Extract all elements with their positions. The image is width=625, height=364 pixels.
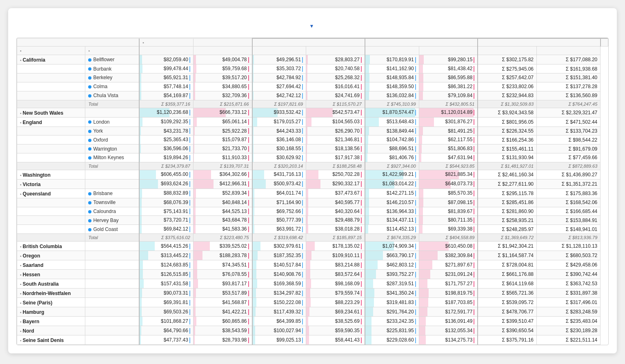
bar-indicator-blue [415, 200, 416, 206]
value-cell: $124,683.85 [139, 260, 193, 270]
value-cell: $53,517.89 [193, 289, 252, 298]
city-col[interactable]: ▪ [85, 46, 139, 55]
bar-indicator-blue [189, 291, 190, 296]
table-row: ▪QueenslandBrisbane$88,832.89$52,839.34$… [17, 189, 608, 198]
state-cell: ▪Nord [17, 326, 85, 335]
value-cell: $150,222.08 [252, 298, 306, 307]
table-row: Gold Coast$69,842.12$41,583.36$63,991.72… [17, 225, 608, 234]
value-cell: $172,591.77 [419, 307, 478, 317]
value-cell: Σ $331,897.38 [537, 289, 601, 298]
value-cell: $42,784.92 [252, 73, 306, 82]
bar-indicator-blue [302, 226, 303, 232]
bar-indicator-blue [189, 93, 190, 99]
value-cell: $179,015.27 [252, 117, 306, 127]
bar-indicator-pink [474, 57, 474, 63]
bar-indicator-blue [302, 110, 303, 115]
city-cell [85, 179, 139, 189]
value-cell: $65,921.31 [139, 73, 193, 82]
value-cell: $85,570.35 [419, 189, 478, 198]
table-row: ▪Oregon$313,445.22$188,283.78$187,352.35… [17, 251, 608, 260]
value-cell: $693,624.26 [139, 179, 193, 189]
bar-indicator-blue [415, 218, 416, 223]
table-row: Chula Vista$54,169.87$32,709.36$42,742.1… [17, 91, 608, 100]
value-cell: $93,817.17 [193, 279, 252, 289]
city-cell [85, 289, 139, 298]
value-cell: Σ $161,938.68 [537, 64, 601, 73]
value-cell: $20,740.58 [306, 64, 365, 73]
value-cell: Σ $232,944.83 [478, 91, 536, 100]
bar-indicator-blue [302, 128, 303, 134]
value-cell: $666,733.12 [193, 108, 252, 117]
value-cell: $134,297.82 [252, 289, 306, 298]
bar-indicator-blue [189, 226, 190, 232]
value-cell: Σ $77,459.66 [537, 153, 601, 162]
value-cell: $169,368.59 [252, 279, 306, 289]
value-cell: $25,365.43 [139, 135, 193, 144]
value-cell: $88,223.29 [306, 298, 365, 307]
city-cell [85, 251, 139, 260]
value-cell: $62,117.55 [419, 135, 478, 144]
table-row: ▪Nord$64,790.66$38,543.59$100,027.94$59,… [17, 326, 608, 335]
state-cell [17, 100, 85, 108]
value-cell: $341,350.24 [365, 289, 419, 298]
bar-indicator-pink [474, 191, 474, 196]
value-cell: Σ $320,203.14 [252, 162, 306, 170]
value-cell: $271,897.67 [419, 260, 478, 270]
bar-indicator-pink [474, 226, 474, 232]
filters-section: ▼ [16, 22, 609, 30]
state-cell [17, 64, 85, 73]
city-cell: Oxford [85, 135, 139, 144]
bar-indicator-pink [474, 328, 474, 334]
value-cell: $109,910.11 [306, 251, 365, 260]
bar-indicator-pink [248, 209, 249, 214]
city-cell [85, 270, 139, 279]
bar-indicator-pink [474, 209, 474, 214]
value-cell: $138,849.44 [365, 127, 419, 135]
value-cell: $319,481.83 [365, 298, 419, 307]
value-cell: $250,702.28 [306, 170, 365, 179]
value-cell: Σ $544,923.85 [419, 162, 478, 170]
value-cell: $24,741.69 [306, 91, 365, 100]
state-cell: ▪Bayern [17, 317, 85, 326]
bar-indicator-pink [248, 328, 249, 334]
tot-cost-col [537, 46, 601, 55]
value-cell: $63,991.72 [252, 225, 306, 234]
bar-indicator-pink [248, 66, 249, 72]
value-cell: $29,488.79 [306, 216, 365, 225]
bar-indicator-blue [415, 181, 416, 187]
bar-indicator-pink [248, 155, 249, 161]
bar-indicator-pink [474, 75, 474, 81]
cy2023-header [478, 38, 600, 46]
value-cell: Σ $223,480.75 [193, 234, 252, 242]
bar-indicator-pink [248, 119, 249, 125]
state-cell: ▪England [17, 117, 85, 127]
state-province-col[interactable]: ▪ [17, 46, 85, 55]
value-cell: Σ $226,324.55 [478, 127, 536, 135]
state-cell: ▪California [17, 55, 85, 64]
value-cell: Σ $764,247.45 [537, 100, 601, 108]
value-cell: Σ $363,742.53 [537, 279, 601, 289]
value-cell: $26,290.70 [306, 127, 365, 135]
value-cell: Σ $221,511.14 [537, 335, 601, 345]
value-cell: $38,018.28 [306, 225, 365, 234]
table-row: TotalΣ $359,377.16Σ $215,871.66Σ $197,82… [17, 100, 608, 108]
state-cell: ▪British Columbia [17, 242, 85, 251]
value-cell: $1,422,989.21 [365, 170, 419, 179]
value-cell: $542,573.47 [306, 108, 365, 117]
bar-indicator-blue [302, 300, 303, 306]
bar-indicator-pink [474, 93, 474, 99]
value-cell: $290,332.17 [306, 179, 365, 189]
bar-indicator-blue [189, 262, 190, 268]
value-cell: $59,759.68 [193, 64, 252, 73]
value-cell: Σ $131,930.94 [478, 153, 536, 162]
value-cell: $41,583.36 [193, 225, 252, 234]
value-cell: $170,819.91 [365, 55, 419, 64]
value-cell: $301,876.27 [419, 117, 478, 127]
value-cell: Σ $137,278.28 [537, 82, 601, 91]
bar-indicator-blue [189, 119, 190, 125]
bar-indicator-blue [189, 181, 190, 187]
value-cell: Σ $2,277,611.90 [478, 179, 536, 189]
value-cell: $69,339.38 [419, 225, 478, 234]
bar-indicator-pink [474, 119, 474, 125]
value-cell: $99,478.44 [139, 64, 193, 73]
